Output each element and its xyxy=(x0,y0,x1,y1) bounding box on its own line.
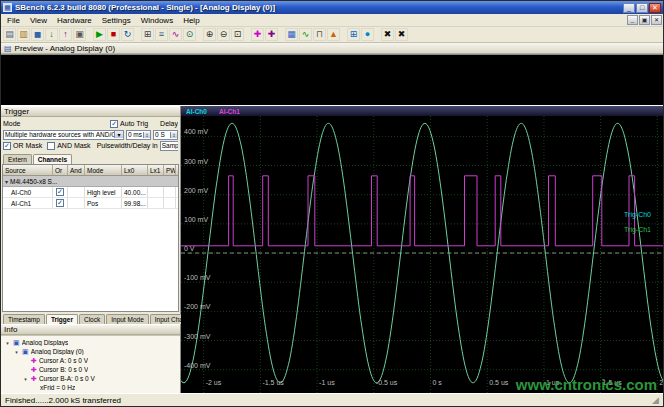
minimize-button[interactable]: _ xyxy=(623,3,635,13)
info-window-icon[interactable]: ● xyxy=(361,28,374,41)
expander-icon[interactable]: ▾ xyxy=(5,178,8,185)
expander-icon[interactable]: ▾ xyxy=(4,340,11,346)
cell-or[interactable]: ✓ xyxy=(53,187,68,197)
analog-display-icon[interactable]: ∿ xyxy=(299,28,312,41)
tree-item[interactable]: ✚Cursor A: 0 s 0 V xyxy=(3,356,178,365)
tab-channels[interactable]: Channels xyxy=(33,154,72,164)
tab-timestamp[interactable]: Timestamp xyxy=(3,314,45,324)
print-icon[interactable]: ▣ xyxy=(73,28,86,41)
clock-setup-icon[interactable]: ⊙ xyxy=(183,28,196,41)
preview-panel-header[interactable]: ▤ Preview - Analog Display (0) xyxy=(1,43,663,54)
pulsewidth-unit-select[interactable]: Samples ▾ xyxy=(160,141,178,151)
column-header-lx0[interactable]: Lx0 xyxy=(122,165,148,175)
tree-item[interactable]: ▾▣Analog Display (0) xyxy=(3,347,178,356)
x-axis-tick-label: -1.5 us xyxy=(262,379,284,386)
save-config-icon[interactable]: ◼ xyxy=(31,28,44,41)
resize-grip[interactable]: ◢ xyxy=(652,396,659,405)
zoom-out-icon[interactable]: ⊖ xyxy=(217,28,230,41)
column-header-mode[interactable]: Mode xyxy=(85,165,122,175)
cell-lx1[interactable] xyxy=(148,187,164,197)
column-header-source[interactable]: Source xyxy=(3,165,53,175)
menu-settings[interactable]: Settings xyxy=(97,16,136,25)
tree-item[interactable]: xFrid = 0 Hz xyxy=(3,383,178,392)
digital-display-icon[interactable]: ⊓ xyxy=(313,28,326,41)
scope-plot-area[interactable]: 400 mV300 mV200 mV100 mV0 V-100 mV-200 m… xyxy=(181,116,663,393)
child-close-button[interactable]: ✕ xyxy=(651,15,662,25)
stop-acquisition-icon[interactable]: ■ xyxy=(107,28,120,41)
import-data-icon[interactable]: ↓ xyxy=(45,28,58,41)
cell-lx0[interactable]: 40.00... xyxy=(122,187,148,197)
spinner-icon[interactable]: ↕ xyxy=(170,132,177,138)
menu-windows[interactable]: Windows xyxy=(136,16,178,25)
cursor-b-icon[interactable]: ✚ xyxy=(265,28,278,41)
tree-item[interactable]: ▾▣Analog Displays xyxy=(3,338,178,347)
new-display-icon[interactable]: ▦ xyxy=(285,28,298,41)
exit-app-icon[interactable]: ✖ xyxy=(395,28,408,41)
column-header-and[interactable]: And xyxy=(68,165,85,175)
cursor-a-icon[interactable]: ✚ xyxy=(251,28,264,41)
cell-pw[interactable] xyxy=(164,187,176,197)
menu-file[interactable]: File xyxy=(2,16,25,25)
trigger-setup-icon[interactable]: ∿ xyxy=(169,28,182,41)
tab-clock[interactable]: Clock xyxy=(79,314,105,324)
auto-trig-checkbox[interactable]: ✓ xyxy=(110,120,118,128)
tab-input-mode[interactable]: Input Mode xyxy=(106,314,149,324)
and-mask-checkbox[interactable] xyxy=(47,142,55,150)
export-data-icon[interactable]: ↑ xyxy=(59,28,72,41)
menu-view[interactable]: View xyxy=(25,16,52,25)
channel-label-ai-ch1[interactable]: AI-Ch1 xyxy=(219,108,240,115)
cell-mode[interactable]: High level xyxy=(85,187,122,197)
cell-and[interactable] xyxy=(68,198,85,208)
table-row[interactable]: AI-Ch1✓Pos99.98... xyxy=(3,198,178,209)
app-window: ▦ SBench 6.2.3 build 8080 (Professional … xyxy=(0,0,664,407)
tree-item[interactable]: ✚Cursor B: 0 s 0 V xyxy=(3,365,178,374)
tab-extern[interactable]: Extern xyxy=(3,154,32,164)
or-checkbox[interactable]: ✓ xyxy=(56,188,64,196)
trigger-panel-title[interactable]: Trigger xyxy=(1,106,180,117)
chevron-down-icon[interactable]: ▾ xyxy=(114,131,123,138)
or-mask-checkbox[interactable]: ✓ xyxy=(3,142,11,150)
column-header-lx1[interactable]: Lx1 xyxy=(148,165,164,175)
calculator-icon[interactable]: ⊞ xyxy=(347,28,360,41)
spinner-icon[interactable]: ↕ xyxy=(143,132,150,138)
hardware-setup-icon[interactable]: ⊞ xyxy=(141,28,154,41)
menu-hardware[interactable]: Hardware xyxy=(52,16,97,25)
start-acquisition-icon[interactable]: ▶ xyxy=(93,28,106,41)
trigger-mode-select[interactable]: Multiple hardware sources with AND/OR ▾ xyxy=(3,130,124,140)
spectrum-display-icon[interactable]: ▲ xyxy=(327,28,340,41)
zoom-in-icon[interactable]: ⊕ xyxy=(203,28,216,41)
table-group-row[interactable]: ▾M4i.4450-x8 S... xyxy=(3,176,178,187)
cell-and[interactable] xyxy=(68,187,85,197)
new-config-icon[interactable]: ▤ xyxy=(3,28,16,41)
expander-icon[interactable]: ▾ xyxy=(13,349,20,355)
channel-label-ai-ch0[interactable]: AI-Ch0 xyxy=(186,108,207,115)
column-header-pw[interactable]: PW xyxy=(164,165,176,175)
or-checkbox[interactable]: ✓ xyxy=(56,199,64,207)
table-row[interactable]: AI-Ch0✓High level40.00... xyxy=(3,187,178,198)
info-panel-title[interactable]: Info xyxy=(1,324,180,335)
tab-trigger[interactable]: Trigger xyxy=(46,314,78,324)
cell-lx1[interactable] xyxy=(148,198,164,208)
menu-help[interactable]: Help xyxy=(178,16,204,25)
delay-ms-input[interactable]: 0 ms ↕ xyxy=(126,130,151,140)
child-restore-button[interactable]: ▣ xyxy=(639,15,650,25)
preview-display[interactable] xyxy=(1,54,663,106)
tree-item[interactable]: ▾✚Cursor B-A: 0 s 0 V xyxy=(3,374,178,383)
oscilloscope-plot[interactable]: 400 mV300 mV200 mV100 mV0 V-100 mV-200 m… xyxy=(181,116,663,393)
close-display-icon[interactable]: ✖ xyxy=(381,28,394,41)
child-minimize-button[interactable]: _ xyxy=(627,15,638,25)
cell-lx0[interactable]: 99.98... xyxy=(122,198,148,208)
maximize-button[interactable]: □ xyxy=(636,3,648,13)
cell-mode[interactable]: Pos xyxy=(85,198,122,208)
restart-acquisition-icon[interactable]: ↻ xyxy=(121,28,134,41)
open-config-icon[interactable]: ▥ xyxy=(17,28,30,41)
expander-icon[interactable]: ▾ xyxy=(22,376,29,382)
delay-samples-input[interactable]: 0 S ↕ xyxy=(153,130,178,140)
input-channels-icon[interactable]: ≡ xyxy=(155,28,168,41)
zoom-all-icon[interactable]: ⊡ xyxy=(231,28,244,41)
cell-or[interactable]: ✓ xyxy=(53,198,68,208)
close-button[interactable]: ✕ xyxy=(649,3,661,13)
cell-pw[interactable] xyxy=(164,198,176,208)
title-bar[interactable]: ▦ SBench 6.2.3 build 8080 (Professional … xyxy=(1,1,663,14)
column-header-or[interactable]: Or xyxy=(53,165,68,175)
